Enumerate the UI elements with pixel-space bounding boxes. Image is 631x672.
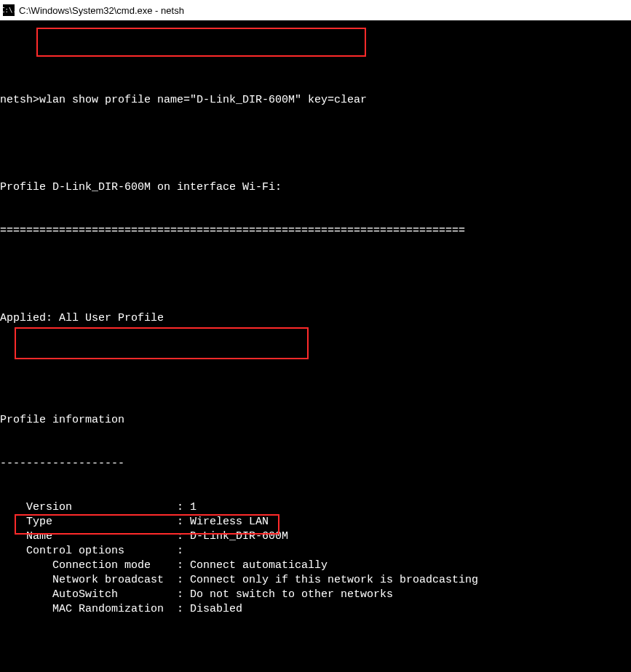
row-key: Control options : [0, 545, 183, 557]
output-row: Connection mode : Connect automatically [0, 559, 631, 573]
output-row: Network broadcast : Connect only if this… [0, 573, 631, 588]
row-key: Name : [0, 530, 190, 543]
row-key: MAC Randomization : [0, 603, 190, 615]
output-row: Version : 1 [0, 500, 631, 515]
entered-command: wlan show profile name="D-Link_DIR-600M"… [39, 94, 367, 106]
prompt-prefix: netsh> [0, 94, 39, 106]
row-key: Connection mode : [0, 559, 190, 572]
row-value: Do not switch to other networks [190, 588, 393, 601]
row-value: Connect automatically [190, 559, 328, 572]
profile-header: Profile D-Link_DIR-600M on interface Wi-… [0, 180, 631, 195]
section-title-profile-info: Profile information [0, 413, 631, 428]
row-value: Connect only if this network is broadcas… [190, 574, 478, 586]
prompt-line[interactable]: netsh>wlan show profile name="D-Link_DIR… [0, 93, 631, 108]
row-key: Type : [0, 516, 190, 528]
row-value: D-Link_DIR-600M [190, 530, 288, 543]
output-row: AutoSwitch : Do not switch to other netw… [0, 588, 631, 602]
row-key: Version : [0, 501, 190, 513]
row-value: Wireless LAN [190, 516, 269, 528]
output-row: Name : D-Link_DIR-600M [0, 529, 631, 544]
cmd-icon: C:\. [3, 4, 15, 16]
output-row: Control options : [0, 544, 631, 559]
window-title: C:\Windows\System32\cmd.exe - netsh [19, 5, 184, 16]
terminal-output[interactable]: netsh>wlan show profile name="D-Link_DIR… [0, 20, 631, 672]
titlebar: C:\. C:\Windows\System32\cmd.exe - netsh [0, 0, 631, 20]
profile-header-underline: ========================================… [0, 224, 631, 239]
section-underline: ------------------- [0, 457, 631, 471]
row-value: Disabled [190, 603, 242, 615]
output-row: Type : Wireless LAN [0, 515, 631, 529]
applied-line: Applied: All User Profile [0, 311, 631, 326]
profile-info-rows: Version : 1 Type : Wireless LAN Name : D… [0, 500, 631, 617]
row-value: 1 [190, 501, 197, 513]
output-row: MAC Randomization : Disabled [0, 602, 631, 617]
row-key: Network broadcast : [0, 574, 190, 586]
window: C:\. C:\Windows\System32\cmd.exe - netsh… [0, 0, 631, 672]
row-key: AutoSwitch : [0, 588, 190, 601]
